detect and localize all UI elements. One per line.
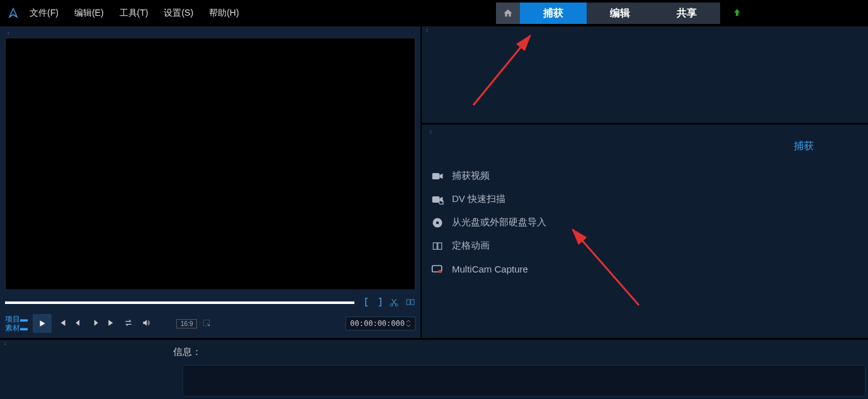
tab-capture[interactable]: 捕获 <box>520 3 587 24</box>
menu-tools[interactable]: 工具(T) <box>120 8 149 19</box>
upload-icon[interactable] <box>732 8 742 20</box>
svg-rect-5 <box>432 173 440 179</box>
app-logo-icon <box>6 6 20 20</box>
svg-point-13 <box>439 270 442 273</box>
drag-handle-icon[interactable]: :::::::::: <box>3 30 417 36</box>
spinner-icon <box>406 319 411 328</box>
dv-scan-icon <box>431 194 444 205</box>
capture-panel: :::::::::: 捕获 捕获视频 DV 快速扫描 <box>422 125 868 338</box>
capture-video-option[interactable]: 捕获视频 <box>431 164 864 188</box>
bracket-close-icon[interactable] <box>376 297 383 309</box>
preview-panel: :::::::::: 项目▬ 素材▬ <box>0 26 420 338</box>
timecode-display[interactable]: 00:00:00:000 <box>346 317 415 330</box>
import-disc-option[interactable]: 从光盘或外部硬盘导入 <box>431 211 864 234</box>
capture-panel-title: 捕获 <box>426 135 864 164</box>
drag-handle-icon[interactable]: :::::::::: <box>0 340 173 346</box>
info-content-box <box>183 365 865 396</box>
split-icon[interactable] <box>405 297 415 309</box>
cut-icon[interactable] <box>389 297 399 309</box>
svg-point-9 <box>436 221 439 224</box>
frame-forward-button[interactable] <box>91 318 99 329</box>
multicam-option[interactable]: MultiCam Capture <box>431 257 864 280</box>
play-icon <box>38 319 47 328</box>
svg-rect-10 <box>433 242 437 249</box>
skip-forward-button[interactable] <box>107 318 116 329</box>
svg-rect-3 <box>411 300 414 305</box>
menu-settings[interactable]: 设置(S) <box>164 8 193 19</box>
svg-rect-6 <box>432 196 440 203</box>
play-button[interactable] <box>33 314 52 333</box>
svg-rect-11 <box>438 242 442 249</box>
home-icon <box>503 8 513 18</box>
svg-rect-2 <box>407 300 410 305</box>
timeline-scrubber[interactable] <box>5 301 354 304</box>
menu-file[interactable]: 文件(F) <box>30 8 59 19</box>
stopmotion-option[interactable]: 定格动画 <box>431 234 864 257</box>
aspect-ratio-selector[interactable]: 16:9 <box>176 319 197 329</box>
skip-back-button[interactable] <box>58 318 67 329</box>
loop-button[interactable] <box>123 318 133 329</box>
multicam-icon <box>431 263 444 274</box>
library-panel: :::::::::: <box>422 26 868 125</box>
dv-quickscan-option[interactable]: DV 快速扫描 <box>431 188 864 211</box>
resize-icon[interactable] <box>202 318 211 329</box>
video-preview <box>5 38 415 290</box>
menu-edit[interactable]: 编辑(E) <box>74 8 104 19</box>
drag-handle-icon[interactable]: :::::::::: <box>422 26 868 33</box>
disc-icon <box>431 217 444 228</box>
volume-button[interactable] <box>141 318 151 329</box>
bracket-open-icon[interactable] <box>364 297 370 309</box>
info-label: 信息： <box>173 340 868 358</box>
video-camera-icon <box>431 171 444 182</box>
home-tab[interactable] <box>496 3 520 24</box>
menu-help[interactable]: 帮助(H) <box>209 8 239 19</box>
preview-mode-labels[interactable]: 项目▬ 素材▬ <box>5 315 28 332</box>
tab-edit[interactable]: 编辑 <box>587 3 653 24</box>
frame-back-button[interactable] <box>74 318 83 329</box>
stopmotion-icon <box>431 240 444 252</box>
drag-handle-icon[interactable]: :::::::::: <box>426 128 864 135</box>
tab-share[interactable]: 共享 <box>653 3 720 24</box>
